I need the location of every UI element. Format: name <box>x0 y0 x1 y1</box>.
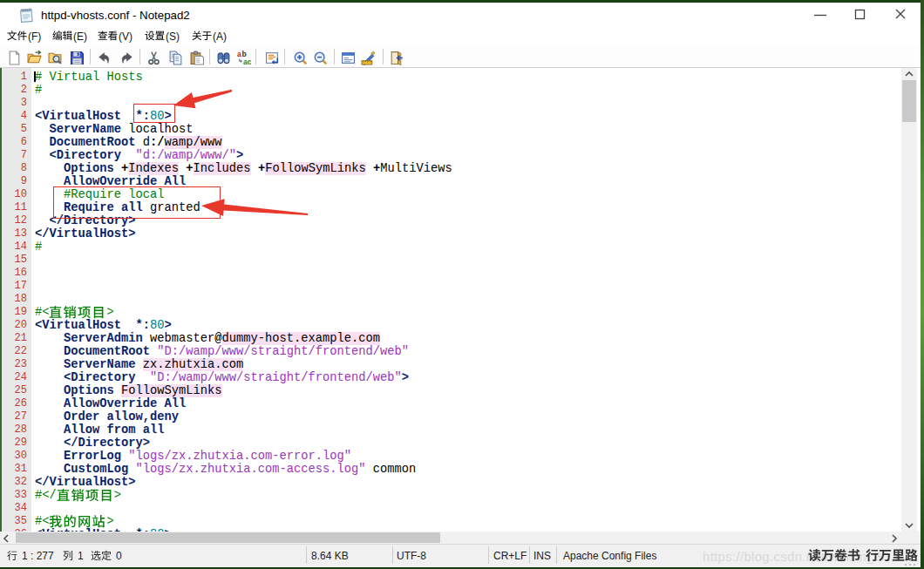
svg-text:a: a <box>237 51 241 58</box>
svg-text:ac: ac <box>243 58 251 65</box>
